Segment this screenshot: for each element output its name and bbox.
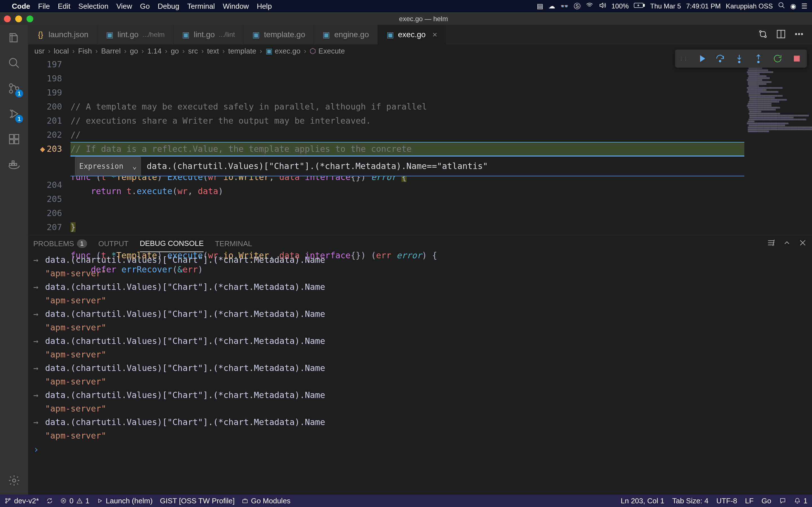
clear-console-icon[interactable] <box>767 238 775 249</box>
extensions-icon[interactable] <box>6 131 22 148</box>
tray-icon[interactable]: Ⓢ <box>574 2 580 11</box>
menu-window[interactable]: Window <box>223 2 249 11</box>
svg-point-28 <box>739 61 740 63</box>
stop-button[interactable] <box>791 52 803 65</box>
crumb[interactable]: Barrel <box>101 47 121 55</box>
launch-config[interactable]: Launch (helm) <box>97 497 153 505</box>
breakpoint-icon[interactable]: ◆203 <box>28 142 62 156</box>
crumb[interactable]: usr <box>35 47 45 55</box>
tray-icon[interactable]: 👓 <box>560 2 569 10</box>
tab-template-go[interactable]: ▣ template.go <box>244 25 314 45</box>
crumb[interactable]: src <box>188 47 198 55</box>
menu-edit[interactable]: Edit <box>58 2 70 11</box>
menubar-date[interactable]: Thu Mar 5 <box>650 2 681 10</box>
svg-point-29 <box>758 61 759 63</box>
menubar-user[interactable]: Karuppiah OSS <box>726 2 773 10</box>
tab-lint-go-lint[interactable]: ▣ lint.go .../lint <box>173 25 244 45</box>
svg-point-5 <box>10 90 13 93</box>
svg-rect-26 <box>243 500 248 503</box>
window-close-icon[interactable] <box>4 15 11 22</box>
menu-file[interactable]: File <box>38 2 50 11</box>
tab-label: exec.go <box>398 30 426 39</box>
code-area[interactable]: // A template may be executed safely in … <box>70 57 744 235</box>
problems-status[interactable]: 0 1 <box>60 497 89 505</box>
spotlight-icon[interactable] <box>778 2 785 11</box>
tray-icon[interactable]: ▤ <box>537 2 543 10</box>
siri-icon[interactable]: ◉ <box>790 2 796 10</box>
svg-rect-13 <box>15 163 17 165</box>
step-into-button[interactable] <box>733 52 746 65</box>
eol[interactable]: LF <box>745 497 754 505</box>
volume-icon[interactable] <box>599 1 606 11</box>
crumb[interactable]: ▣ exec.go <box>266 47 301 55</box>
tab-launch-json[interactable]: {} launch.json <box>28 25 97 45</box>
git-branch[interactable]: dev-v2* <box>4 497 39 505</box>
tab-label: template.go <box>264 30 305 39</box>
explorer-icon[interactable] <box>6 29 22 46</box>
language-mode[interactable]: Go <box>762 497 771 505</box>
app-name[interactable]: Code <box>12 2 30 11</box>
split-editor-icon[interactable] <box>776 29 786 40</box>
indentation[interactable]: Tab Size: 4 <box>672 497 709 505</box>
tab-label: launch.json <box>49 30 89 39</box>
step-out-button[interactable] <box>752 52 765 65</box>
sync-button[interactable] <box>46 497 53 504</box>
svg-rect-1 <box>644 4 645 6</box>
docker-icon[interactable] <box>6 156 22 173</box>
encoding[interactable]: UTF-8 <box>716 497 737 505</box>
svg-point-19 <box>795 34 797 35</box>
expression-type-dropdown[interactable]: Expression ⌄ <box>75 157 141 176</box>
go-file-icon: ▣ <box>182 31 190 39</box>
search-icon[interactable] <box>6 55 22 71</box>
menu-help[interactable]: Help <box>257 2 272 11</box>
close-tab-icon[interactable]: × <box>433 30 438 40</box>
crumb[interactable]: ⬡ Execute <box>310 47 345 55</box>
crumb[interactable]: Fish <box>78 47 92 55</box>
window-zoom-icon[interactable] <box>27 15 33 22</box>
collapse-panel-icon[interactable] <box>783 238 791 249</box>
feedback-icon[interactable] <box>779 497 786 504</box>
continue-button[interactable] <box>695 52 707 65</box>
debug-toolbar[interactable]: ⋮⋮ <box>675 50 807 68</box>
notification-center-icon[interactable]: ☰ <box>801 2 808 10</box>
svg-point-3 <box>10 59 17 66</box>
menu-terminal[interactable]: Terminal <box>187 2 215 11</box>
compare-changes-icon[interactable] <box>758 29 768 40</box>
expression-input[interactable]: data.(chartutil.Values)["Chart"].(*chart… <box>147 159 488 173</box>
editor[interactable]: 197198199200201202◆203204205206207 // A … <box>28 57 812 235</box>
crumb[interactable]: go <box>130 47 138 55</box>
step-over-button[interactable] <box>714 52 726 65</box>
tab-exec-go[interactable]: ▣ exec.go × <box>378 25 446 45</box>
source-control-icon[interactable]: 1 <box>6 80 22 97</box>
window-minimize-icon[interactable] <box>15 15 22 22</box>
drag-handle-icon[interactable]: ⋮⋮ <box>679 56 688 61</box>
more-actions-icon[interactable] <box>794 29 804 40</box>
expression-label: Expression <box>79 159 123 173</box>
menu-selection[interactable]: Selection <box>79 2 109 11</box>
minimap[interactable]: █████████████████████████████ ██████████… <box>744 57 812 235</box>
tray-icon[interactable]: ☁ <box>548 2 555 10</box>
cursor-position[interactable]: Ln 203, Col 1 <box>621 497 665 505</box>
notifications[interactable]: 1 <box>794 497 808 505</box>
console-prompt-icon[interactable]: › <box>33 443 39 456</box>
menubar-time[interactable]: 7:49:01 PM <box>686 2 721 10</box>
run-debug-icon[interactable]: 1 <box>6 105 22 122</box>
crumb[interactable]: template <box>228 47 256 55</box>
menu-view[interactable]: View <box>116 2 132 11</box>
crumb[interactable]: text <box>207 47 219 55</box>
gist-profile[interactable]: GIST [OSS TW Profile] <box>160 497 235 505</box>
settings-gear-icon[interactable] <box>6 472 22 489</box>
crumb[interactable]: 1.14 <box>147 47 161 55</box>
tab-engine-go[interactable]: ▣ engine.go <box>314 25 377 45</box>
go-modules-status[interactable]: Go Modules <box>242 497 290 505</box>
menu-go[interactable]: Go <box>140 2 150 11</box>
tab-lint-go-helm[interactable]: ▣ lint.go .../helm <box>97 25 173 45</box>
wifi-icon[interactable] <box>586 1 594 11</box>
crumb[interactable]: go <box>171 47 179 55</box>
close-panel-icon[interactable] <box>799 238 807 249</box>
battery-icon[interactable] <box>634 2 645 10</box>
menu-debug[interactable]: Debug <box>158 2 179 11</box>
restart-button[interactable] <box>771 52 784 65</box>
crumb[interactable]: local <box>54 47 69 55</box>
window-titlebar: exec.go — helm <box>0 12 812 25</box>
